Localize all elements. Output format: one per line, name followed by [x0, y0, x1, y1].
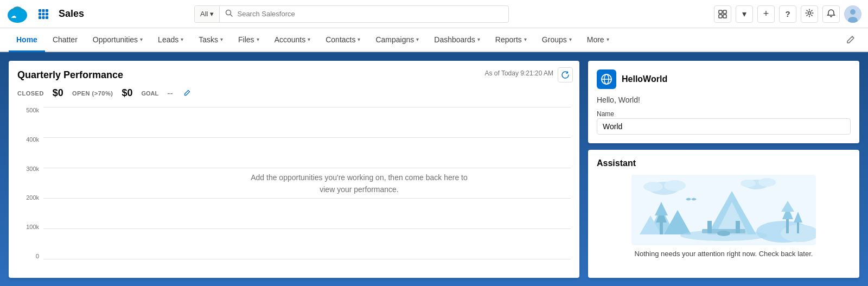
stats-row: CLOSED $0 OPEN (>70%) $0 GOAL --	[17, 87, 571, 99]
search-input-area	[220, 9, 508, 19]
nav-item-accounts[interactable]: Accounts ▾	[267, 28, 318, 52]
svg-rect-12	[39, 16, 41, 19]
svg-point-30	[664, 180, 686, 191]
hw-name-label: Name	[597, 110, 614, 118]
svg-point-23	[850, 9, 856, 15]
y-label-400k: 400k	[17, 137, 43, 143]
chevron-down-icon: ▾	[477, 36, 480, 42]
svg-rect-48	[797, 223, 799, 233]
nav-item-home[interactable]: Home	[9, 28, 45, 52]
plus-icon: +	[763, 8, 769, 20]
svg-rect-52	[707, 221, 712, 233]
nav-item-groups[interactable]: Groups ▾	[534, 28, 579, 52]
setup-gear-btn[interactable]	[801, 5, 818, 23]
svg-text:☁: ☁	[11, 13, 16, 19]
search-all-dropdown[interactable]: All ▾	[195, 6, 220, 22]
y-label-500k: 500k	[17, 107, 43, 113]
chart-line-400k	[43, 137, 571, 138]
assistant-message: Nothing needs your attention right now. …	[597, 250, 851, 258]
nav-item-contacts[interactable]: Contacts ▾	[318, 28, 368, 52]
chart-line-500k	[43, 107, 571, 107]
goal-value: --	[167, 88, 173, 98]
y-label-200k: 200k	[17, 195, 43, 201]
nav-item-dashboards[interactable]: Dashboards ▾	[426, 28, 488, 52]
setup-history-btn[interactable]	[714, 5, 731, 23]
svg-point-54	[717, 231, 730, 236]
chart-empty-message: Add the opportunities you're working on,…	[251, 171, 468, 196]
chevron-down-icon: ▾	[569, 36, 572, 42]
nav-item-reports[interactable]: Reports ▾	[488, 28, 534, 52]
open-label: OPEN (>70%)	[72, 90, 113, 97]
chevron-down-small-icon: ▾	[742, 9, 746, 19]
as-of-label: As of Today 9:21:20 AM	[484, 69, 553, 77]
closed-value: $0	[53, 87, 63, 99]
app-name: Sales	[59, 8, 84, 20]
svg-rect-19	[719, 15, 722, 18]
chevron-down-icon: ▾	[181, 36, 183, 42]
search-icon	[225, 9, 233, 19]
gear-icon	[805, 9, 814, 20]
salesforce-logo[interactable]: ☁	[7, 3, 28, 25]
nav-item-files[interactable]: Files ▾	[231, 28, 267, 52]
top-bar: ☁ Sales All ▾	[0, 0, 868, 28]
chart-line-200k	[43, 198, 571, 199]
nav-item-chatter[interactable]: Chatter	[45, 28, 85, 52]
chevron-down-icon: ▾	[607, 36, 609, 42]
y-label-0: 0	[17, 253, 43, 259]
svg-rect-11	[46, 12, 48, 15]
hw-icon	[597, 69, 616, 89]
chart-y-labels: 0 100k 200k 300k 400k 500k	[17, 107, 43, 259]
svg-rect-18	[723, 10, 726, 14]
svg-rect-8	[46, 9, 48, 12]
avatar[interactable]	[844, 5, 861, 23]
nav-edit-btn[interactable]	[842, 28, 859, 51]
chevron-down-icon: ▾	[358, 36, 360, 42]
y-label-300k: 300k	[17, 166, 43, 172]
svg-point-31	[643, 182, 663, 192]
svg-rect-20	[723, 15, 726, 18]
search-input[interactable]	[237, 10, 503, 18]
help-btn[interactable]: ?	[779, 5, 796, 23]
nav-item-leads[interactable]: Leads ▾	[150, 28, 191, 52]
y-label-100k: 100k	[17, 224, 43, 230]
nav-item-opportunities[interactable]: Opportunities ▾	[85, 28, 150, 52]
svg-point-34	[741, 180, 756, 187]
svg-rect-10	[42, 12, 45, 15]
svg-rect-14	[46, 16, 48, 19]
add-btn[interactable]: +	[757, 5, 775, 23]
nav-item-tasks[interactable]: Tasks ▾	[191, 28, 231, 52]
nav-item-campaigns[interactable]: Campaigns ▾	[368, 28, 426, 52]
svg-rect-6	[39, 9, 41, 12]
chevron-down-icon: ▾	[220, 36, 223, 42]
svg-rect-17	[719, 10, 722, 14]
svg-point-21	[808, 11, 811, 14]
svg-rect-38	[660, 223, 663, 234]
open-value: $0	[122, 87, 132, 99]
assistant-illustration	[597, 175, 851, 245]
svg-point-33	[758, 178, 776, 187]
hw-header: HelloWorld	[597, 69, 851, 89]
search-container: All ▾	[194, 5, 509, 23]
nav-item-more[interactable]: More ▾	[579, 28, 617, 52]
main-content: Quarterly Performance As of Today 9:21:2…	[0, 52, 868, 286]
svg-rect-13	[42, 16, 45, 19]
edit-goal-button[interactable]	[184, 89, 190, 98]
refresh-button[interactable]	[558, 67, 573, 82]
apps-icon[interactable]	[35, 5, 52, 23]
svg-line-16	[231, 14, 233, 16]
notifications-btn[interactable]	[822, 5, 840, 23]
setup-dropdown-btn[interactable]: ▾	[736, 5, 753, 23]
chevron-down-icon: ▾	[308, 36, 310, 42]
top-bar-actions: ▾ + ?	[714, 5, 861, 23]
chart-line-0	[43, 259, 571, 259]
right-panel: HelloWorld Hello, World! Name Assistant	[588, 61, 859, 278]
svg-rect-53	[736, 221, 740, 233]
assistant-card: Assistant	[588, 150, 859, 278]
svg-rect-7	[42, 9, 45, 12]
chart-area: 0 100k 200k 300k 400k 500k Add the oppor…	[17, 107, 571, 259]
hw-field-group: Name	[597, 109, 851, 135]
closed-label: CLOSED	[17, 90, 44, 97]
hw-title: HelloWorld	[622, 74, 667, 84]
chevron-down-icon: ▾	[416, 36, 419, 42]
hw-name-input[interactable]	[597, 118, 851, 135]
